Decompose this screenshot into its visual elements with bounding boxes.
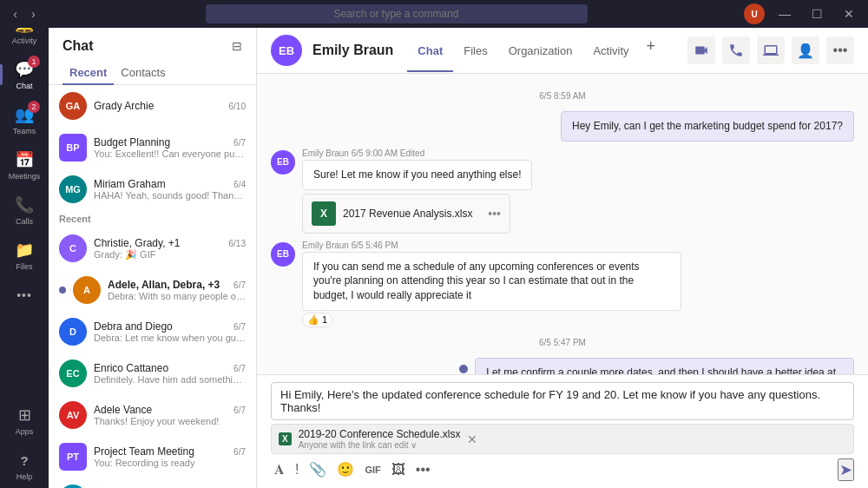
list-item[interactable]: CC Christie Cline 6/5 You: What day do y… (49, 478, 256, 488)
list-item[interactable]: C Christie, Grady, +1 6/13 Grady: 🎉 GIF (49, 228, 256, 269)
main-content: Chat ⊟ Recent Contacts GA Grady Archie 6… (49, 28, 868, 488)
teams-icon: 👥 2 (14, 104, 35, 125)
audio-call-button[interactable] (722, 36, 750, 64)
more-toolbar-button[interactable]: ••• (412, 458, 434, 481)
contact-avatar: EB (271, 35, 302, 66)
window-controls: U — ☐ ✕ (744, 3, 868, 24)
sidebar-item-meetings[interactable]: 📅 Meetings (0, 142, 49, 188)
chat-item-time: 6/7 (233, 322, 246, 332)
chat-item-preview: You: Recording is ready (94, 458, 246, 468)
chat-item-content: Debra and Diego 6/7 Debra: Let me know w… (94, 320, 246, 343)
chat-item-preview: Definitely. Have him add something to my… (94, 374, 246, 385)
list-item[interactable]: PT Project Team Meeting 6/7 You: Recordi… (49, 436, 256, 478)
sidebar-item-calls[interactable]: 📞 Calls (0, 188, 49, 233)
video-call-button[interactable] (687, 36, 715, 64)
files-icon: 📁 (14, 240, 35, 260)
sidebar-item-apps[interactable]: ⊞ Apps (10, 398, 38, 443)
file-chip-name: 2019-20 Conference Schedule.xlsx (299, 428, 461, 440)
file-name: 2017 Revenue Analysis.xlsx (343, 208, 481, 220)
sticker-button[interactable]: 🖼 (388, 458, 409, 481)
chat-list-title: Chat (62, 38, 94, 54)
participants-button[interactable]: 👤 (792, 36, 819, 64)
read-receipt (459, 365, 468, 373)
remove-attachment-button[interactable]: ✕ (467, 432, 477, 446)
sidebar-item-help[interactable]: ? Help (10, 443, 38, 488)
add-tab-button[interactable]: + (640, 37, 663, 64)
chat-item-name: Budget Planning (94, 136, 170, 148)
chat-item-content: Adele, Allan, Debra, +3 6/7 Debra: With … (108, 279, 246, 301)
sidebar-label-apps: Apps (16, 427, 34, 436)
file-chip-sub: Anyone with the link can edit ∨ (299, 440, 461, 450)
forward-button[interactable]: › (28, 7, 39, 21)
message-content: Let me confirm a couple more dates, and … (475, 358, 854, 374)
sidebar-item-teams[interactable]: 👥 2 Teams (0, 97, 49, 142)
chat-item-content: Budget Planning 6/7 You: Excellent!! Can… (94, 136, 246, 159)
chat-header: EB Emily Braun Chat Files Organization A… (257, 28, 868, 74)
list-item[interactable]: EC Enrico Cattaneo 6/7 Definitely. Have … (49, 353, 256, 394)
file-attachment[interactable]: X 2017 Revenue Analysis.xlsx ••• (302, 194, 510, 234)
back-button[interactable]: ‹ (10, 7, 21, 21)
emoji-button[interactable]: 🙂 (333, 458, 358, 481)
attached-file-chip: X 2019-20 Conference Schedule.xlsx Anyon… (271, 424, 854, 454)
maximize-button[interactable]: ☐ (805, 7, 830, 21)
tab-activity[interactable]: Activity (582, 37, 639, 64)
message-timestamp: 6/5 5:47 PM (271, 338, 854, 347)
chat-window: EB Emily Braun Chat Files Organization A… (257, 28, 868, 488)
title-bar: ‹ › U — ☐ ✕ (0, 0, 868, 28)
list-item[interactable]: MG Miriam Graham 6/4 HAHA! Yeah, sounds … (49, 168, 256, 210)
sidebar-label-calls: Calls (16, 217, 33, 226)
tab-chat[interactable]: Chat (407, 37, 453, 64)
message-bubble: Sure! Let me know if you need anything e… (302, 160, 532, 190)
compose-text[interactable]: Hi Emily, Here's the updated conference … (280, 388, 845, 414)
list-item[interactable]: GA Grady Archie 6/10 (49, 85, 256, 127)
chat-items-list: GA Grady Archie 6/10 BP Budget Planning … (49, 85, 256, 488)
chat-item-name: Christie, Grady, +1 (94, 237, 180, 249)
contact-name: Emily Braun (312, 43, 393, 58)
nav-controls: ‹ › (0, 7, 49, 21)
sidebar-bottom: ⊞ Apps ? Help (10, 398, 38, 488)
sidebar-item-chat[interactable]: 💬 1 Chat (0, 52, 49, 97)
chat-item-name: Project Team Meeting (94, 445, 194, 458)
tab-files[interactable]: Files (453, 37, 497, 64)
chat-item-name: Adele, Allan, Debra, +3 (108, 279, 220, 291)
excel-chip-icon: X (279, 432, 292, 445)
tab-contacts[interactable]: Contacts (114, 61, 172, 84)
attach-button[interactable]: 📎 (306, 458, 330, 481)
format-button[interactable]: 𝐀 (271, 458, 288, 481)
reaction-badge[interactable]: 👍 1 (302, 313, 332, 327)
chat-item-time: 6/7 (233, 138, 246, 148)
filter-icon[interactable]: ⊟ (232, 39, 242, 53)
chat-item-time: 6/4 (233, 180, 246, 189)
sidebar-label-teams: Teams (13, 127, 36, 135)
list-item[interactable]: A Adele, Allan, Debra, +3 6/7 Debra: Wit… (49, 269, 256, 311)
avatar: EC (59, 359, 87, 387)
message-content: Emily Braun 6/5 9:00 AM Edited Sure! Let… (302, 148, 532, 234)
send-button[interactable]: ➤ (838, 458, 854, 481)
user-avatar[interactable]: U (744, 3, 765, 24)
sidebar-label-files: Files (16, 262, 32, 271)
close-button[interactable]: ✕ (837, 7, 861, 21)
urgent-button[interactable]: ! (292, 458, 302, 481)
tab-recent[interactable]: Recent (62, 61, 114, 84)
file-menu-button[interactable]: ••• (488, 207, 501, 221)
chat-list-header: Chat ⊟ (49, 28, 256, 61)
list-item[interactable]: D Debra and Diego 6/7 Debra: Let me know… (49, 311, 256, 353)
minimize-button[interactable]: — (772, 7, 798, 21)
chat-item-time: 6/7 (233, 280, 246, 290)
avatar: A (73, 276, 101, 304)
recent-section-label: Recent (49, 210, 256, 228)
list-item[interactable]: BP Budget Planning 6/7 You: Excellent!! … (49, 127, 256, 168)
list-item[interactable]: AV Adele Vance 6/7 Thanks! Enjoy your we… (49, 394, 256, 436)
help-icon: ? (14, 450, 35, 471)
sidebar-item-files[interactable]: 📁 Files (0, 233, 49, 278)
message-bubble: Hey Emily, can I get the marketing budge… (561, 111, 854, 142)
messages-area: 6/5 8:59 AM Hey Emily, can I get the mar… (257, 74, 868, 374)
more-options-button[interactable]: ••• (826, 36, 854, 64)
search-input[interactable] (206, 4, 588, 23)
gif-button[interactable]: GIF (361, 461, 384, 478)
compose-input-wrapper[interactable]: Hi Emily, Here's the updated conference … (271, 382, 854, 420)
sidebar-item-more[interactable]: ••• (0, 278, 49, 314)
screen-share-button[interactable] (757, 36, 785, 64)
teams-badge: 2 (28, 101, 40, 113)
tab-organization[interactable]: Organization (498, 37, 583, 64)
